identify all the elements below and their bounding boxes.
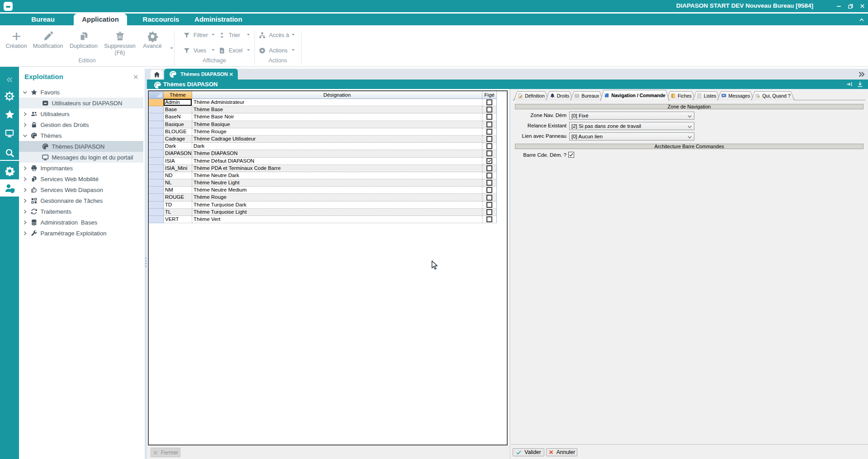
barre-cde-checkbox[interactable] xyxy=(568,152,574,158)
table-row[interactable]: NM Thème Neutre Medium xyxy=(149,187,507,194)
tree-item[interactable]: Favoris xyxy=(19,87,143,98)
chevron-right-icon[interactable] xyxy=(22,198,28,204)
column-header-theme[interactable]: Thème xyxy=(164,91,192,99)
chevron-right-icon[interactable] xyxy=(22,220,28,225)
ribbon-split-button[interactable]: Excel xyxy=(218,46,251,56)
ribbon-button[interactable]: Duplication xyxy=(67,29,100,50)
cell-theme[interactable]: Cadrage xyxy=(164,136,192,143)
row-selector-cell[interactable] xyxy=(149,201,164,209)
chevron-right-icon[interactable] xyxy=(22,176,28,182)
row-selector-cell[interactable] xyxy=(149,99,164,106)
properties-tab[interactable]: Qui, Quand ? xyxy=(751,91,794,100)
column-header-designation[interactable]: Désignation xyxy=(192,91,482,99)
close-icon[interactable] xyxy=(229,72,234,77)
row-selector-cell[interactable] xyxy=(149,143,164,150)
cell-fige[interactable] xyxy=(482,187,497,194)
fige-checkbox[interactable] xyxy=(486,136,492,142)
tree-item[interactable]: Gestion des Droits xyxy=(19,119,143,130)
chevron-right-icon[interactable] xyxy=(22,122,28,128)
cell-designation[interactable]: Thème Turquoise Dark xyxy=(192,201,482,209)
table-row[interactable]: TD Thème Turquoise Dark xyxy=(149,201,507,209)
row-selector-cell[interactable] xyxy=(149,121,164,128)
fige-checkbox[interactable] xyxy=(486,180,492,186)
fige-checkbox[interactable] xyxy=(486,122,492,127)
cell-fige[interactable] xyxy=(482,136,497,143)
tree-item[interactable]: Paramétrage Exploitation xyxy=(19,228,143,239)
ribbon-split-button[interactable]: Trier xyxy=(218,30,251,40)
table-row[interactable]: VERT Thème Vert xyxy=(149,216,507,223)
cell-designation[interactable]: Thème Turquoise Light xyxy=(192,209,482,216)
row-selector-cell[interactable] xyxy=(149,106,164,113)
table-row[interactable]: BaseN Thème Base Noir xyxy=(149,113,507,121)
chevrons-right-icon[interactable] xyxy=(858,70,865,78)
tree-item[interactable]: Services Web Diapason xyxy=(19,184,143,195)
rail-item-desktop[interactable] xyxy=(0,125,19,141)
cell-designation[interactable]: Thème Rouge xyxy=(192,128,482,136)
table-row[interactable]: Admin Thème Administrateur xyxy=(149,99,507,106)
cell-theme[interactable]: ROUGE xyxy=(164,194,192,201)
tree-item[interactable]: Traitements xyxy=(19,206,143,217)
table-row[interactable]: NL Thème Neutre Light xyxy=(149,179,507,187)
table-row[interactable]: ISIA_Mini Thème PDA et Terminaux Code Ba… xyxy=(149,165,507,172)
row-selector-cell[interactable] xyxy=(149,179,164,187)
tree-item[interactable]: Gestionnaire de Tâches xyxy=(19,195,143,206)
cell-fige[interactable] xyxy=(482,194,497,201)
cell-designation[interactable]: Thème Base Noir xyxy=(192,113,482,121)
rail-item-exploitation[interactable] xyxy=(0,88,19,104)
cell-theme[interactable]: Admin xyxy=(164,99,192,106)
rail-item-settings[interactable] xyxy=(0,163,19,179)
fige-checkbox[interactable] xyxy=(486,165,492,171)
cell-fige[interactable] xyxy=(482,158,497,165)
fige-checkbox[interactable] xyxy=(486,99,492,105)
cell-theme[interactable]: ISIA_Mini xyxy=(164,165,192,172)
row-selector-cell[interactable] xyxy=(149,209,164,216)
row-selector-cell[interactable] xyxy=(149,165,164,172)
row-selector-cell[interactable] xyxy=(149,113,164,121)
ribbon-split-button[interactable]: Actions xyxy=(259,46,296,56)
properties-tab[interactable]: Fiches xyxy=(666,91,696,100)
cell-designation[interactable]: Dark xyxy=(192,143,482,150)
tree-item[interactable]: Thèmes xyxy=(19,130,143,141)
chevron-down-icon[interactable] xyxy=(22,133,28,139)
tree-item[interactable]: Services Web Mobilité xyxy=(19,173,143,184)
minimize-button[interactable] xyxy=(833,0,844,12)
cell-theme[interactable]: ISIA xyxy=(164,158,192,165)
fige-checkbox[interactable] xyxy=(486,187,492,193)
cell-theme[interactable]: Basique xyxy=(164,121,192,128)
cell-designation[interactable]: Thème Neutre Dark xyxy=(192,172,482,179)
field-dropdown[interactable]: [0] Aucun lien xyxy=(569,132,694,141)
table-row[interactable]: Basique Thème Basique xyxy=(149,121,507,128)
ribbon-button[interactable]: Création xyxy=(0,29,33,50)
tree-item[interactable]: Imprimantes xyxy=(19,163,143,173)
pin-panel-icon[interactable] xyxy=(846,81,853,88)
chevron-right-icon[interactable] xyxy=(22,165,28,171)
annuler-button[interactable]: Annuler xyxy=(546,448,577,456)
panel-close-button[interactable] xyxy=(133,74,139,82)
close-button[interactable] xyxy=(856,0,868,12)
cell-designation[interactable]: Thème Cadrage Utilisateur xyxy=(192,136,482,143)
fige-checkbox[interactable] xyxy=(486,107,492,112)
row-selector-cell[interactable] xyxy=(149,128,164,136)
fige-checkbox[interactable] xyxy=(486,195,492,201)
properties-tab[interactable]: Messages xyxy=(717,91,754,100)
cell-fige[interactable] xyxy=(482,216,497,223)
table-row[interactable]: DIAPASON Thème DIAPASON xyxy=(149,150,507,157)
collapse-panel-button[interactable] xyxy=(0,71,19,88)
rail-item-user[interactable] xyxy=(0,179,19,197)
fige-checkbox[interactable] xyxy=(486,158,492,164)
cell-designation[interactable]: Thème Base xyxy=(192,106,482,113)
cell-fige[interactable] xyxy=(482,150,497,157)
ribbon-button[interactable]: Suppression (F6) xyxy=(104,29,136,56)
restore-button[interactable] xyxy=(844,0,856,12)
cell-designation[interactable]: Thème Défaut DIAPASON xyxy=(192,158,482,165)
ribbon-button[interactable]: Avancé xyxy=(136,29,169,50)
cell-fige[interactable] xyxy=(482,209,497,216)
cell-theme[interactable]: VERT xyxy=(164,216,192,223)
cell-fige[interactable] xyxy=(482,113,497,121)
field-dropdown[interactable]: [2] Si pas dans zone de travail xyxy=(569,122,694,130)
cell-fige[interactable] xyxy=(482,128,497,136)
chevron-right-icon[interactable] xyxy=(22,111,28,117)
field-dropdown[interactable]: [0] Fixé xyxy=(569,112,694,120)
cell-theme[interactable]: BLOUGE xyxy=(164,128,192,136)
tree-item[interactable]: Utilisateurs sur DIAPASON xyxy=(19,98,143,108)
